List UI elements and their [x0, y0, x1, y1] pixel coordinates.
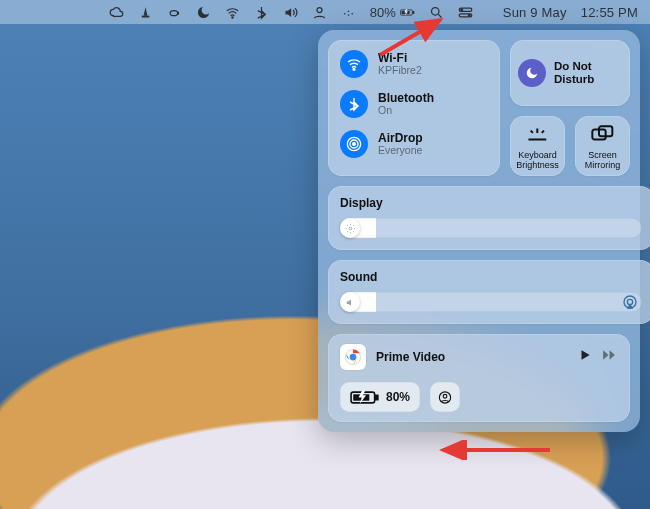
- bluetooth-sub: On: [378, 105, 434, 117]
- keyboard-brightness-icon: [524, 124, 551, 144]
- screen-mirroring-button[interactable]: Screen Mirroring: [575, 116, 630, 176]
- brightness-low-icon: [340, 218, 360, 238]
- sound-title: Sound: [340, 270, 642, 284]
- user-pill[interactable]: [430, 382, 460, 412]
- sound-slider[interactable]: [340, 292, 642, 312]
- wifi-sub: KPFibre2: [378, 65, 422, 77]
- airdrop-sub: Everyone: [378, 145, 423, 157]
- svg-point-26: [350, 354, 357, 361]
- battery-charging-icon: [350, 390, 380, 405]
- svg-point-7: [351, 12, 353, 14]
- dnd-toggle[interactable]: Do Not Disturb: [510, 40, 630, 106]
- screen-mirroring-icon: [589, 124, 616, 144]
- volume-low-icon: [340, 292, 360, 312]
- svg-point-17: [353, 143, 356, 146]
- kb-label: Keyboard Brightness: [512, 150, 563, 170]
- control-center-menu-icon[interactable]: [458, 5, 473, 20]
- airplay-audio-icon[interactable]: [622, 294, 638, 310]
- bluetooth-toggle[interactable]: BluetoothOn: [340, 90, 488, 118]
- svg-rect-0: [142, 15, 150, 17]
- person-menu-icon[interactable]: [312, 5, 327, 20]
- moon-icon: [518, 59, 546, 87]
- svg-point-6: [347, 14, 349, 16]
- battery-pill[interactable]: 80%: [340, 382, 420, 412]
- display-title: Display: [340, 196, 642, 210]
- svg-point-4: [344, 12, 346, 14]
- airdrop-toggle[interactable]: AirDropEveryone: [340, 130, 488, 158]
- svg-point-1: [170, 10, 178, 15]
- bluetooth-icon: [340, 90, 368, 118]
- caffeine-icon[interactable]: [167, 5, 182, 20]
- svg-point-31: [443, 394, 447, 398]
- control-center-panel: Wi-FiKPFibre2 BluetoothOn AirDropEveryon…: [318, 30, 640, 432]
- wifi-menu-icon[interactable]: [225, 5, 240, 20]
- battery-menu[interactable]: 80%: [370, 5, 415, 20]
- wifi-toggle[interactable]: Wi-FiKPFibre2: [340, 50, 488, 78]
- dots-menu-icon[interactable]: [341, 5, 356, 20]
- svg-point-5: [347, 10, 349, 12]
- spotlight-icon[interactable]: [429, 5, 444, 20]
- airdrop-title: AirDrop: [378, 132, 423, 145]
- fast-forward-button[interactable]: [600, 348, 618, 366]
- volume-menu-icon[interactable]: [283, 5, 298, 20]
- svg-point-15: [468, 14, 470, 16]
- bluetooth-menu-icon[interactable]: [254, 5, 269, 20]
- svg-point-11: [431, 7, 439, 15]
- connectivity-tile[interactable]: Wi-FiKPFibre2 BluetoothOn AirDropEveryon…: [328, 40, 500, 176]
- menu-bar-time[interactable]: 12:55 PM: [581, 5, 638, 20]
- bluetooth-title: Bluetooth: [378, 92, 434, 105]
- sound-tile[interactable]: Sound: [328, 260, 650, 324]
- media-title: Prime Video: [376, 350, 568, 364]
- menu-bar-date[interactable]: Sun 9 May: [503, 5, 567, 20]
- dnd-title: Do Not Disturb: [554, 60, 622, 86]
- cloud-icon[interactable]: [109, 5, 124, 20]
- vlc-icon[interactable]: [138, 5, 153, 20]
- moon-icon[interactable]: [196, 5, 211, 20]
- airdrop-icon: [340, 130, 368, 158]
- svg-rect-9: [413, 11, 414, 13]
- user-circle-icon: [436, 390, 454, 405]
- svg-point-16: [353, 68, 355, 70]
- display-slider[interactable]: [340, 218, 642, 238]
- chrome-icon: [340, 344, 366, 370]
- wifi-title: Wi-Fi: [378, 52, 422, 65]
- wifi-icon: [340, 50, 368, 78]
- keyboard-brightness-button[interactable]: Keyboard Brightness: [510, 116, 565, 176]
- play-button[interactable]: [578, 348, 592, 366]
- now-playing-tile[interactable]: Prime Video 80%: [328, 334, 630, 422]
- svg-rect-28: [376, 395, 378, 399]
- mirror-label: Screen Mirroring: [577, 150, 628, 170]
- svg-point-2: [232, 16, 233, 17]
- menu-bar: 80% Sun 9 May 12:55 PM: [0, 0, 650, 24]
- battery-menu-pct: 80%: [370, 5, 396, 20]
- display-tile[interactable]: Display: [328, 186, 650, 250]
- svg-point-13: [461, 8, 463, 10]
- battery-pill-pct: 80%: [386, 390, 410, 404]
- svg-point-3: [317, 7, 322, 12]
- svg-point-22: [349, 227, 352, 230]
